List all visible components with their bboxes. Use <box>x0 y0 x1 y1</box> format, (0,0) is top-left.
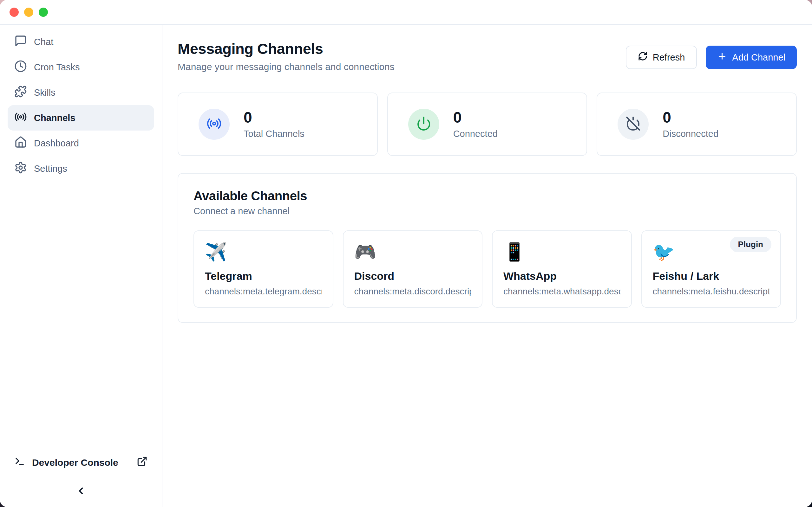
sidebar-item-label: Dashboard <box>34 138 79 149</box>
sidebar-item-label: Skills <box>34 88 55 98</box>
stat-value: 0 <box>663 109 718 126</box>
sidebar-item-skills[interactable]: Skills <box>8 80 154 105</box>
available-channels-title: Available Channels <box>194 188 781 204</box>
sidebar-item-label: Chat <box>34 37 53 47</box>
sidebar-item-cron-tasks[interactable]: Cron Tasks <box>8 55 154 80</box>
channel-name: Telegram <box>205 270 322 283</box>
home-icon <box>14 136 27 151</box>
available-channels-panel: Available Channels Connect a new channel… <box>177 173 797 323</box>
stat-icon-circle <box>408 109 439 140</box>
traffic-lights <box>9 8 48 17</box>
page-header: Messaging Channels Manage your messaging… <box>177 40 797 73</box>
channel-description: channels:meta.telegram.description <box>205 286 322 297</box>
channel-name: Discord <box>354 270 471 283</box>
sidebar-item-settings[interactable]: Settings <box>8 156 154 181</box>
stat-icon-circle <box>618 109 649 140</box>
channel-card-discord[interactable]: 🎮 Discord channels:meta.discord.descript… <box>343 230 483 308</box>
puzzle-icon <box>14 85 27 100</box>
stat-card-total-channels: 0 Total Channels <box>177 93 378 156</box>
refresh-button-label: Refresh <box>653 52 685 63</box>
channel-card-feishu[interactable]: Plugin 🐦 Feishu / Lark channels:meta.fei… <box>641 230 781 308</box>
refresh-button[interactable]: Refresh <box>626 46 697 69</box>
channel-description: channels:meta.whatsapp.description <box>503 286 620 297</box>
sidebar-item-label: Cron Tasks <box>34 62 80 72</box>
stats-row: 0 Total Channels 0 Connected <box>177 93 797 156</box>
stat-value: 0 <box>453 109 498 126</box>
titlebar <box>0 0 812 25</box>
refresh-icon <box>638 51 648 63</box>
main-content: Messaging Channels Manage your messaging… <box>162 25 812 507</box>
stat-value: 0 <box>244 109 305 126</box>
sidebar-item-label: Settings <box>34 164 67 174</box>
sidebar-footer: Developer Console <box>0 456 162 507</box>
page-subtitle: Manage your messaging channels and conne… <box>177 61 395 73</box>
radio-icon <box>14 111 27 125</box>
add-channel-button[interactable]: Add Channel <box>706 46 797 69</box>
chevron-left-icon <box>75 486 86 498</box>
close-window-button[interactable] <box>9 8 19 17</box>
channel-name: Feishu / Lark <box>653 270 770 283</box>
chat-icon <box>14 35 27 49</box>
discord-gamepad-emoji-icon: 🎮 <box>354 242 471 262</box>
stat-card-connected: 0 Connected <box>387 93 588 156</box>
zoom-window-button[interactable] <box>39 8 48 17</box>
whatsapp-phone-emoji-icon: 📱 <box>503 242 620 262</box>
gear-icon <box>14 161 27 176</box>
plugin-badge: Plugin <box>730 237 771 252</box>
channel-grid: ✈️ Telegram channels:meta.telegram.descr… <box>194 230 781 308</box>
clock-icon <box>14 60 27 75</box>
channel-card-whatsapp[interactable]: 📱 WhatsApp channels:meta.whatsapp.descri… <box>492 230 632 308</box>
channel-description: channels:meta.discord.description <box>354 286 471 297</box>
developer-console-label: Developer Console <box>32 457 118 468</box>
channel-card-telegram[interactable]: ✈️ Telegram channels:meta.telegram.descr… <box>194 230 334 308</box>
sidebar-item-dashboard[interactable]: Dashboard <box>8 130 154 156</box>
minimize-window-button[interactable] <box>24 8 33 17</box>
external-link-icon[interactable] <box>137 456 148 469</box>
power-icon <box>416 116 432 132</box>
channel-description: channels:meta.feishu.description <box>653 286 770 297</box>
page-title: Messaging Channels <box>177 40 395 58</box>
sidebar-item-label: Channels <box>34 113 75 123</box>
available-channels-subtitle: Connect a new channel <box>194 206 781 216</box>
terminal-icon <box>14 456 25 469</box>
power-off-icon <box>625 116 641 132</box>
stat-label: Disconnected <box>663 129 718 139</box>
app-window: Chat Cron Tasks Skills Channels Dashboar… <box>0 0 812 507</box>
stat-card-disconnected: 0 Disconnected <box>597 93 797 156</box>
plus-icon <box>717 51 727 63</box>
stat-icon-circle <box>199 109 230 140</box>
sidebar-item-chat[interactable]: Chat <box>8 29 154 55</box>
sidebar: Chat Cron Tasks Skills Channels Dashboar… <box>0 25 162 507</box>
stat-label: Total Channels <box>244 129 305 139</box>
developer-console-link[interactable]: Developer Console <box>14 456 148 469</box>
stat-label: Connected <box>453 129 498 139</box>
add-channel-button-label: Add Channel <box>732 52 785 63</box>
telegram-airplane-emoji-icon: ✈️ <box>205 242 322 262</box>
sidebar-item-channels[interactable]: Channels <box>8 105 154 130</box>
radio-icon <box>206 116 222 132</box>
collapse-sidebar-button[interactable] <box>14 486 148 498</box>
channel-name: WhatsApp <box>503 270 620 283</box>
